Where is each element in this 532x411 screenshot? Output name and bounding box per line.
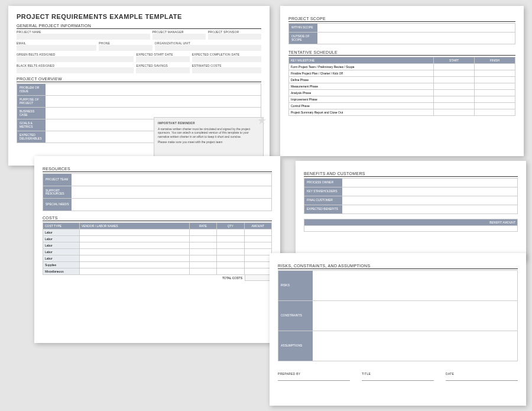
cost-amount-cell[interactable] bbox=[244, 262, 271, 268]
schedule-milestone: Project Summary Report and Close Out bbox=[289, 109, 434, 116]
reminder-body-2: Please make sure you meet with the proje… bbox=[158, 140, 259, 144]
benefits-row-label: EXPECTED BENEFITS bbox=[304, 205, 342, 213]
overview-cell[interactable] bbox=[46, 84, 261, 95]
reminder-body: A narrative written charter must be circ… bbox=[158, 127, 259, 139]
signoff-date: DATE bbox=[446, 372, 518, 376]
overview-cell[interactable] bbox=[46, 96, 261, 107]
cost-vendor-cell[interactable] bbox=[79, 249, 189, 255]
input-phone[interactable] bbox=[99, 45, 152, 51]
benefits-table: PROCESS OWNER KEY STAKEHOLDERS FINAL CUS… bbox=[304, 178, 518, 214]
overview-row-label: PURPOSE OF PROJECT bbox=[17, 96, 46, 107]
schedule-finish-cell[interactable] bbox=[475, 90, 515, 96]
scope-cell[interactable] bbox=[317, 33, 515, 44]
schedule-col-finish: FINISH bbox=[475, 57, 515, 64]
input-project-sponsor[interactable] bbox=[208, 34, 261, 40]
cost-type: Labor bbox=[43, 242, 80, 249]
costs-total-label: TOTAL COSTS bbox=[43, 275, 245, 281]
resources-cell[interactable] bbox=[72, 199, 271, 211]
costs-col-type: COST TYPE bbox=[43, 223, 80, 229]
schedule-finish-cell[interactable] bbox=[475, 109, 515, 116]
input-project-name[interactable] bbox=[17, 34, 150, 40]
section-resources: RESOURCES bbox=[43, 167, 272, 172]
schedule-finish-cell[interactable] bbox=[475, 70, 515, 77]
cost-amount-cell[interactable] bbox=[244, 268, 271, 275]
benefits-cell[interactable] bbox=[342, 187, 517, 196]
cost-rate-cell[interactable] bbox=[189, 249, 216, 255]
cost-qty-cell[interactable] bbox=[217, 249, 244, 255]
cost-amount-cell[interactable] bbox=[244, 249, 271, 255]
schedule-start-cell[interactable] bbox=[434, 83, 475, 90]
schedule-finish-cell[interactable] bbox=[475, 64, 515, 70]
schedule-start-cell[interactable] bbox=[434, 77, 475, 83]
schedule-start-cell[interactable] bbox=[434, 109, 475, 116]
section-risks: RISKS, CONSTRAINTS, AND ASSUMPTIONS bbox=[278, 264, 518, 269]
input-org-unit[interactable] bbox=[155, 45, 261, 51]
resources-cell[interactable] bbox=[72, 186, 271, 198]
costs-col-amount: AMOUNT bbox=[244, 223, 271, 229]
input-expected-completion[interactable] bbox=[192, 56, 261, 62]
benefits-row-label: KEY STAKEHOLDERS bbox=[304, 187, 342, 196]
cost-rate-cell[interactable] bbox=[189, 236, 216, 242]
benefits-cell[interactable] bbox=[342, 196, 517, 205]
signoff-line[interactable] bbox=[278, 376, 350, 381]
benefit-amount-cell[interactable] bbox=[304, 226, 518, 232]
cost-rate-cell[interactable] bbox=[189, 268, 216, 275]
cost-vendor-cell[interactable] bbox=[79, 255, 189, 262]
overview-row-label: BUSINESS CASE bbox=[17, 108, 46, 119]
cost-qty-cell[interactable] bbox=[217, 268, 244, 275]
schedule-finish-cell[interactable] bbox=[475, 103, 515, 109]
cost-rate-cell[interactable] bbox=[189, 242, 216, 249]
costs-total-cell[interactable] bbox=[245, 275, 272, 281]
cost-vendor-cell[interactable] bbox=[79, 268, 189, 275]
risks-cell[interactable] bbox=[313, 271, 517, 300]
input-green-belts[interactable] bbox=[17, 56, 134, 62]
cost-amount-cell[interactable] bbox=[244, 236, 271, 242]
schedule-start-cell[interactable] bbox=[434, 70, 475, 77]
input-project-manager[interactable] bbox=[153, 34, 206, 40]
cost-qty-cell[interactable] bbox=[217, 242, 244, 249]
cost-qty-cell[interactable] bbox=[217, 255, 244, 262]
cost-vendor-cell[interactable] bbox=[79, 229, 189, 236]
schedule-start-cell[interactable] bbox=[434, 96, 475, 103]
cost-amount-cell[interactable] bbox=[244, 255, 271, 262]
schedule-milestone: Analysis Phase bbox=[289, 90, 434, 96]
input-expected-savings[interactable] bbox=[136, 67, 189, 73]
signoff-line[interactable] bbox=[362, 376, 434, 381]
schedule-start-cell[interactable] bbox=[434, 103, 475, 109]
input-email[interactable] bbox=[17, 45, 96, 51]
cost-qty-cell[interactable] bbox=[217, 229, 244, 236]
schedule-start-cell[interactable] bbox=[434, 90, 475, 96]
scope-cell[interactable] bbox=[317, 24, 515, 32]
template-page-5: RISKS, CONSTRAINTS, AND ASSUMPTIONS RISK… bbox=[270, 253, 526, 406]
schedule-start-cell[interactable] bbox=[434, 64, 475, 70]
cost-qty-cell[interactable] bbox=[217, 262, 244, 268]
benefits-cell[interactable] bbox=[342, 205, 517, 213]
cost-rate-cell[interactable] bbox=[189, 255, 216, 262]
cost-qty-cell[interactable] bbox=[217, 236, 244, 242]
signoff-prepared-by: PREPARED BY bbox=[278, 372, 350, 376]
cost-vendor-cell[interactable] bbox=[79, 242, 189, 249]
section-costs: COSTS bbox=[43, 216, 272, 221]
section-benefits: BENEFITS AND CUSTOMERS bbox=[304, 171, 518, 177]
cost-amount-cell[interactable] bbox=[244, 242, 271, 249]
risks-cell[interactable] bbox=[313, 301, 517, 331]
costs-col-vendor: VENDOR / LABOR NAMES bbox=[79, 223, 189, 229]
scope-table: WITHIN SCOPE OUTSIDE OF SCOPE bbox=[288, 23, 515, 44]
cost-rate-cell[interactable] bbox=[189, 229, 216, 236]
schedule-finish-cell[interactable] bbox=[475, 96, 515, 103]
cost-amount-cell[interactable] bbox=[244, 229, 271, 236]
cost-vendor-cell[interactable] bbox=[79, 236, 189, 242]
benefits-cell[interactable] bbox=[342, 179, 517, 187]
input-estimated-costs[interactable] bbox=[192, 67, 261, 73]
input-black-belts[interactable] bbox=[17, 67, 134, 73]
cost-type: Labor bbox=[43, 255, 80, 262]
resources-cell[interactable] bbox=[72, 174, 271, 186]
cost-rate-cell[interactable] bbox=[189, 262, 216, 268]
risks-cell[interactable] bbox=[313, 331, 517, 361]
input-expected-start[interactable] bbox=[136, 56, 189, 62]
schedule-finish-cell[interactable] bbox=[475, 83, 515, 90]
schedule-finish-cell[interactable] bbox=[475, 77, 515, 83]
schedule-milestone: Form Project Team / Preliminary Review /… bbox=[289, 64, 434, 70]
signoff-line[interactable] bbox=[446, 376, 518, 381]
cost-vendor-cell[interactable] bbox=[79, 262, 189, 268]
